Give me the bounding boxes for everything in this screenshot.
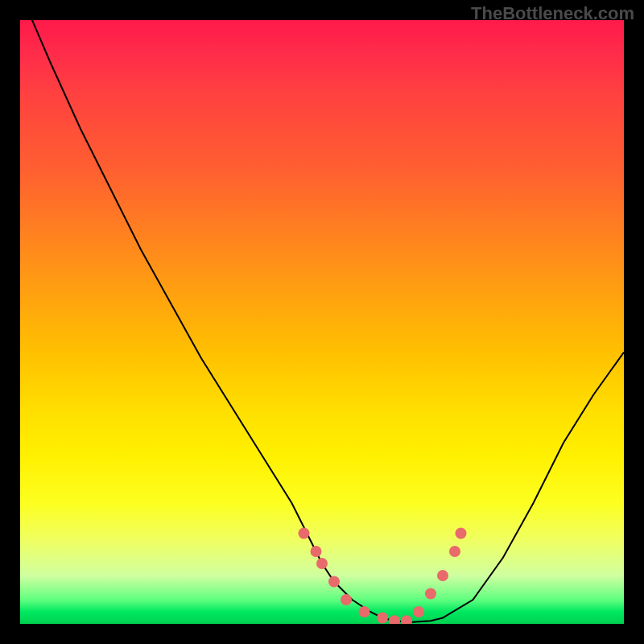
data-point bbox=[449, 546, 460, 557]
data-point bbox=[389, 615, 400, 624]
chart-svg bbox=[20, 20, 624, 624]
data-point bbox=[437, 570, 448, 581]
data-point bbox=[425, 588, 436, 600]
data-point bbox=[359, 606, 370, 617]
data-point bbox=[401, 615, 412, 624]
bottleneck-curve bbox=[20, 20, 624, 622]
watermark-text: TheBottleneck.com bbox=[471, 3, 634, 24]
data-point bbox=[316, 558, 328, 569]
plot-area bbox=[20, 20, 624, 624]
data-markers bbox=[299, 528, 467, 625]
data-point bbox=[377, 613, 388, 624]
data-point bbox=[311, 546, 322, 557]
data-point bbox=[328, 576, 340, 588]
data-point bbox=[456, 528, 467, 539]
data-point bbox=[341, 594, 352, 605]
data-point bbox=[299, 528, 310, 539]
data-point bbox=[413, 606, 424, 617]
